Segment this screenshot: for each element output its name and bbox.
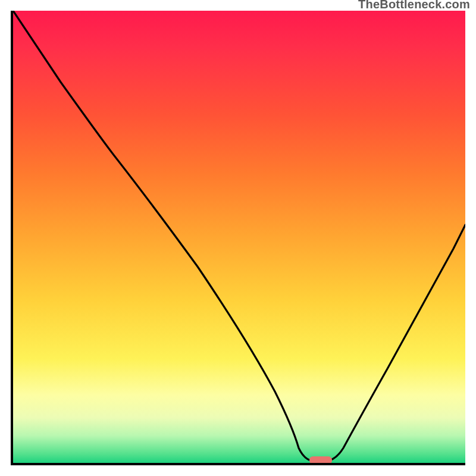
watermark-text: TheBottleneck.com xyxy=(358,0,470,11)
chart-stage: TheBottleneck.com xyxy=(0,0,476,476)
bottleneck-curve xyxy=(13,11,465,461)
curve-layer xyxy=(13,11,465,463)
optimal-marker xyxy=(309,456,332,463)
plot-area xyxy=(11,11,465,465)
